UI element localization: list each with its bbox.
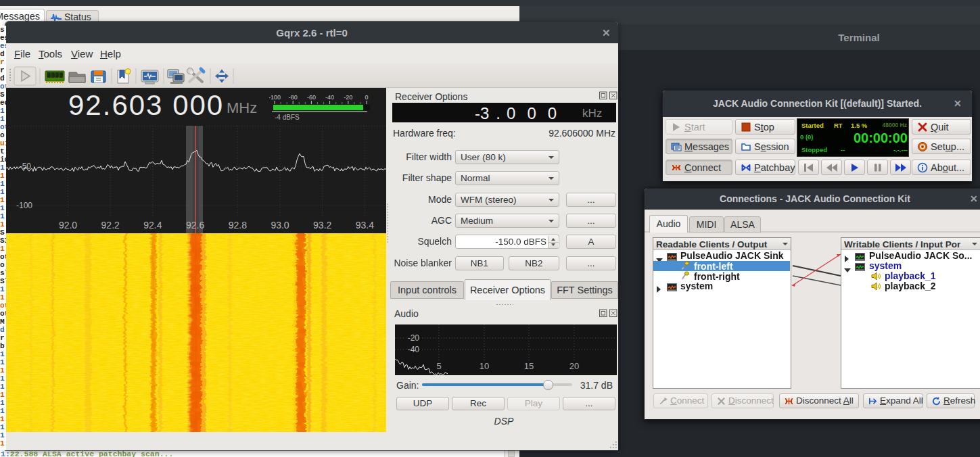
svg-text:Stopped: Stopped: [801, 146, 827, 153]
svg-text:92.0: 92.0: [59, 220, 77, 231]
svg-text:10: 10: [480, 361, 489, 371]
svg-text:15: 15: [524, 361, 534, 371]
svg-text:-20: -20: [344, 94, 352, 101]
svg-text:-80: -80: [289, 94, 298, 101]
svg-text:--: --: [841, 146, 845, 153]
svg-text:00:00:00: 00:00:00: [854, 130, 908, 145]
svg-text:Started: Started: [801, 122, 824, 129]
svg-text:92.4: 92.4: [143, 220, 162, 231]
svg-text:92.2: 92.2: [101, 220, 120, 231]
svg-text:-100: -100: [16, 201, 32, 210]
svg-text:-40: -40: [325, 94, 334, 101]
svg-text:48000 Hz: 48000 Hz: [883, 122, 907, 128]
svg-text:92.8: 92.8: [229, 220, 247, 231]
svg-text:92.6: 92.6: [186, 220, 204, 231]
svg-text:93.0: 93.0: [271, 220, 289, 231]
svg-text:-60: -60: [307, 94, 316, 101]
svg-text:5: 5: [436, 361, 441, 371]
svg-text:-40: -40: [408, 345, 420, 354]
svg-text:0 (0): 0 (0): [800, 133, 814, 141]
svg-text:RT: RT: [834, 122, 843, 129]
svg-text:-100: -100: [269, 94, 281, 101]
svg-text:-.-.---: -.-.---: [893, 146, 908, 153]
svg-text:-20: -20: [408, 333, 420, 343]
svg-text:93.2: 93.2: [313, 220, 331, 231]
svg-text:-4 dBFS: -4 dBFS: [275, 114, 300, 121]
svg-text:20: 20: [569, 361, 579, 371]
svg-text:-50: -50: [20, 162, 32, 171]
svg-text:0: 0: [365, 94, 368, 101]
svg-text:1.5 %: 1.5 %: [851, 122, 868, 129]
